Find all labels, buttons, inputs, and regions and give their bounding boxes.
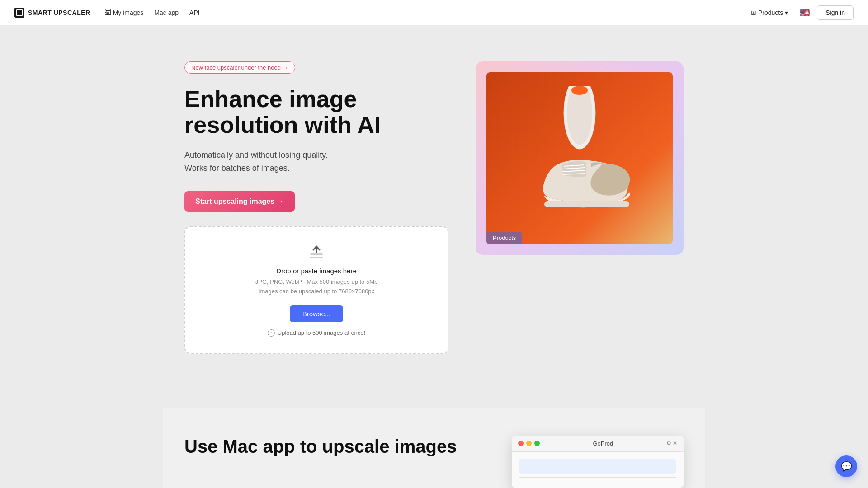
upload-dropzone[interactable]: Drop or paste images here JPG, PNG, WebP… xyxy=(184,226,448,354)
nav-api[interactable]: API xyxy=(189,9,200,16)
chat-icon: 💬 xyxy=(841,461,852,472)
image-showcase: Products xyxy=(476,61,684,255)
mac-app-window: GoProd ⚙ ✕ xyxy=(512,436,684,488)
mac-titlebar: GoProd ⚙ ✕ xyxy=(512,436,684,452)
svg-rect-10 xyxy=(544,201,629,207)
shoe-image xyxy=(486,72,673,244)
mac-divider xyxy=(519,477,676,478)
window-controls-icon: ⚙ ✕ xyxy=(666,440,677,446)
upload-note: i Upload up to 500 images at once! xyxy=(196,329,437,337)
hero-right: Products xyxy=(476,61,684,255)
nav-links: 🖼 My images Mac app API xyxy=(105,9,200,16)
navbar: SMART UPSCALER 🖼 My images Mac app API ⊞… xyxy=(0,0,868,25)
chevron-down-icon: ▾ xyxy=(785,9,788,16)
hero-subtitle: Automatically and without losing quality… xyxy=(184,149,448,175)
images-icon: 🖼 xyxy=(105,9,111,16)
svg-rect-2 xyxy=(310,257,323,258)
upload-main-text: Drop or paste images here xyxy=(196,267,437,275)
upload-icon xyxy=(308,244,325,260)
sign-in-button[interactable]: Sign in xyxy=(817,5,854,20)
logo-icon xyxy=(14,8,24,18)
mac-window-body xyxy=(512,452,684,488)
showcase-badge: Products xyxy=(486,232,522,244)
language-selector[interactable]: 🇺🇸 xyxy=(800,8,810,18)
products-icon: ⊞ xyxy=(751,9,756,16)
mac-app-text: Use Mac app to upscale images xyxy=(184,436,485,457)
bottom-section: Use Mac app to upscale images GoProd ⚙ ✕ xyxy=(163,408,705,488)
svg-rect-0 xyxy=(310,253,323,255)
nav-mac-app[interactable]: Mac app xyxy=(154,9,179,16)
cta-button[interactable]: Start upscaling images → xyxy=(184,191,295,212)
minimize-window-button[interactable] xyxy=(526,441,532,446)
mac-input-row[interactable] xyxy=(519,459,676,474)
brand-logo[interactable]: SMART UPSCALER xyxy=(14,8,90,18)
upload-sub-text: JPG, PNG, WebP · Max 500 images up to 5M… xyxy=(196,277,437,296)
close-window-button[interactable] xyxy=(518,441,524,446)
browse-button[interactable]: Browse... xyxy=(290,305,344,322)
nav-right: ⊞ Products ▾ 🇺🇸 Sign in xyxy=(746,5,854,20)
chat-button[interactable]: 💬 xyxy=(835,455,857,477)
shoe-illustration xyxy=(516,86,643,230)
hero-left: New face upscaler under the hood → Enhan… xyxy=(184,61,448,354)
traffic-lights xyxy=(518,441,540,446)
mac-window-container: GoProd ⚙ ✕ xyxy=(512,436,684,488)
info-icon: i xyxy=(268,329,275,337)
mac-window-title: GoProd xyxy=(545,440,661,447)
nav-my-images[interactable]: 🖼 My images xyxy=(105,9,144,16)
upload-icon-wrap xyxy=(196,244,437,262)
products-button[interactable]: ⊞ Products ▾ xyxy=(746,6,793,19)
mac-section-title: Use Mac app to upscale images xyxy=(184,436,485,457)
svg-point-5 xyxy=(571,86,588,95)
hero-headline: Enhance image resolution with AI xyxy=(184,86,448,138)
badge-text: New face upscaler under the hood → xyxy=(191,64,288,71)
brand-name: SMART UPSCALER xyxy=(28,9,90,16)
badge-link[interactable]: New face upscaler under the hood → xyxy=(184,61,295,74)
maximize-window-button[interactable] xyxy=(534,441,540,446)
hero-section: New face upscaler under the hood → Enhan… xyxy=(163,25,705,381)
nav-left: SMART UPSCALER 🖼 My images Mac app API xyxy=(14,8,200,18)
